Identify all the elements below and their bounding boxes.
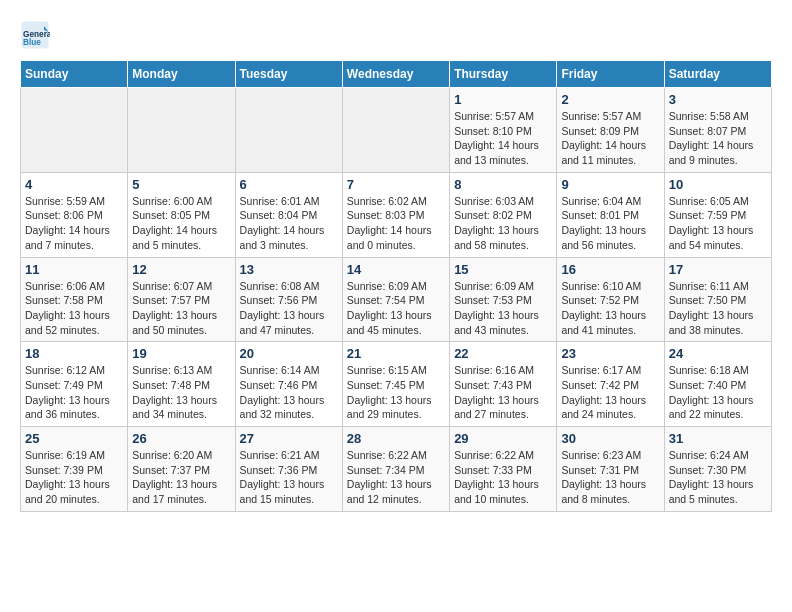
calendar-cell: 19Sunrise: 6:13 AMSunset: 7:48 PMDayligh…	[128, 342, 235, 427]
day-number: 15	[454, 262, 552, 277]
calendar-week-3: 11Sunrise: 6:06 AMSunset: 7:58 PMDayligh…	[21, 257, 772, 342]
day-number: 25	[25, 431, 123, 446]
day-info: Sunrise: 6:14 AMSunset: 7:46 PMDaylight:…	[240, 363, 338, 422]
calendar-header-row: SundayMondayTuesdayWednesdayThursdayFrid…	[21, 61, 772, 88]
day-number: 23	[561, 346, 659, 361]
calendar-week-4: 18Sunrise: 6:12 AMSunset: 7:49 PMDayligh…	[21, 342, 772, 427]
day-number: 2	[561, 92, 659, 107]
calendar-cell: 26Sunrise: 6:20 AMSunset: 7:37 PMDayligh…	[128, 427, 235, 512]
calendar-cell: 28Sunrise: 6:22 AMSunset: 7:34 PMDayligh…	[342, 427, 449, 512]
day-info: Sunrise: 6:00 AMSunset: 8:05 PMDaylight:…	[132, 194, 230, 253]
day-info: Sunrise: 6:17 AMSunset: 7:42 PMDaylight:…	[561, 363, 659, 422]
day-info: Sunrise: 5:59 AMSunset: 8:06 PMDaylight:…	[25, 194, 123, 253]
day-info: Sunrise: 6:06 AMSunset: 7:58 PMDaylight:…	[25, 279, 123, 338]
calendar-cell: 15Sunrise: 6:09 AMSunset: 7:53 PMDayligh…	[450, 257, 557, 342]
day-number: 27	[240, 431, 338, 446]
calendar-table: SundayMondayTuesdayWednesdayThursdayFrid…	[20, 60, 772, 512]
day-number: 19	[132, 346, 230, 361]
day-number: 4	[25, 177, 123, 192]
day-info: Sunrise: 6:24 AMSunset: 7:30 PMDaylight:…	[669, 448, 767, 507]
day-info: Sunrise: 6:07 AMSunset: 7:57 PMDaylight:…	[132, 279, 230, 338]
day-number: 14	[347, 262, 445, 277]
day-number: 5	[132, 177, 230, 192]
day-info: Sunrise: 6:02 AMSunset: 8:03 PMDaylight:…	[347, 194, 445, 253]
calendar-cell: 14Sunrise: 6:09 AMSunset: 7:54 PMDayligh…	[342, 257, 449, 342]
calendar-cell: 6Sunrise: 6:01 AMSunset: 8:04 PMDaylight…	[235, 172, 342, 257]
calendar-cell: 12Sunrise: 6:07 AMSunset: 7:57 PMDayligh…	[128, 257, 235, 342]
calendar-cell: 3Sunrise: 5:58 AMSunset: 8:07 PMDaylight…	[664, 88, 771, 173]
day-info: Sunrise: 6:22 AMSunset: 7:34 PMDaylight:…	[347, 448, 445, 507]
logo-icon: General Blue	[20, 20, 50, 50]
day-info: Sunrise: 6:21 AMSunset: 7:36 PMDaylight:…	[240, 448, 338, 507]
calendar-body: 1Sunrise: 5:57 AMSunset: 8:10 PMDaylight…	[21, 88, 772, 512]
day-info: Sunrise: 6:04 AMSunset: 8:01 PMDaylight:…	[561, 194, 659, 253]
calendar-week-5: 25Sunrise: 6:19 AMSunset: 7:39 PMDayligh…	[21, 427, 772, 512]
calendar-cell: 30Sunrise: 6:23 AMSunset: 7:31 PMDayligh…	[557, 427, 664, 512]
day-header-saturday: Saturday	[664, 61, 771, 88]
day-info: Sunrise: 5:57 AMSunset: 8:09 PMDaylight:…	[561, 109, 659, 168]
day-info: Sunrise: 6:20 AMSunset: 7:37 PMDaylight:…	[132, 448, 230, 507]
calendar-cell: 13Sunrise: 6:08 AMSunset: 7:56 PMDayligh…	[235, 257, 342, 342]
day-info: Sunrise: 6:18 AMSunset: 7:40 PMDaylight:…	[669, 363, 767, 422]
day-number: 8	[454, 177, 552, 192]
calendar-cell: 22Sunrise: 6:16 AMSunset: 7:43 PMDayligh…	[450, 342, 557, 427]
calendar-cell: 2Sunrise: 5:57 AMSunset: 8:09 PMDaylight…	[557, 88, 664, 173]
logo: General Blue	[20, 20, 50, 50]
calendar-cell: 31Sunrise: 6:24 AMSunset: 7:30 PMDayligh…	[664, 427, 771, 512]
day-number: 28	[347, 431, 445, 446]
calendar-cell	[21, 88, 128, 173]
day-number: 17	[669, 262, 767, 277]
calendar-cell: 11Sunrise: 6:06 AMSunset: 7:58 PMDayligh…	[21, 257, 128, 342]
day-info: Sunrise: 6:23 AMSunset: 7:31 PMDaylight:…	[561, 448, 659, 507]
calendar-cell: 1Sunrise: 5:57 AMSunset: 8:10 PMDaylight…	[450, 88, 557, 173]
calendar-cell	[235, 88, 342, 173]
day-number: 24	[669, 346, 767, 361]
day-info: Sunrise: 6:01 AMSunset: 8:04 PMDaylight:…	[240, 194, 338, 253]
day-number: 13	[240, 262, 338, 277]
calendar-cell	[342, 88, 449, 173]
day-number: 21	[347, 346, 445, 361]
calendar-cell: 10Sunrise: 6:05 AMSunset: 7:59 PMDayligh…	[664, 172, 771, 257]
calendar-cell: 23Sunrise: 6:17 AMSunset: 7:42 PMDayligh…	[557, 342, 664, 427]
calendar-cell: 5Sunrise: 6:00 AMSunset: 8:05 PMDaylight…	[128, 172, 235, 257]
day-info: Sunrise: 6:15 AMSunset: 7:45 PMDaylight:…	[347, 363, 445, 422]
day-number: 12	[132, 262, 230, 277]
day-info: Sunrise: 6:19 AMSunset: 7:39 PMDaylight:…	[25, 448, 123, 507]
calendar-week-2: 4Sunrise: 5:59 AMSunset: 8:06 PMDaylight…	[21, 172, 772, 257]
day-info: Sunrise: 6:12 AMSunset: 7:49 PMDaylight:…	[25, 363, 123, 422]
day-header-tuesday: Tuesday	[235, 61, 342, 88]
calendar-cell: 16Sunrise: 6:10 AMSunset: 7:52 PMDayligh…	[557, 257, 664, 342]
day-number: 1	[454, 92, 552, 107]
day-number: 7	[347, 177, 445, 192]
day-number: 30	[561, 431, 659, 446]
calendar-cell: 7Sunrise: 6:02 AMSunset: 8:03 PMDaylight…	[342, 172, 449, 257]
day-number: 10	[669, 177, 767, 192]
svg-text:Blue: Blue	[23, 38, 41, 47]
calendar-cell: 24Sunrise: 6:18 AMSunset: 7:40 PMDayligh…	[664, 342, 771, 427]
calendar-cell: 20Sunrise: 6:14 AMSunset: 7:46 PMDayligh…	[235, 342, 342, 427]
calendar-week-1: 1Sunrise: 5:57 AMSunset: 8:10 PMDaylight…	[21, 88, 772, 173]
calendar-cell: 21Sunrise: 6:15 AMSunset: 7:45 PMDayligh…	[342, 342, 449, 427]
page-header: General Blue	[20, 20, 772, 50]
day-info: Sunrise: 6:09 AMSunset: 7:54 PMDaylight:…	[347, 279, 445, 338]
day-number: 16	[561, 262, 659, 277]
calendar-cell: 18Sunrise: 6:12 AMSunset: 7:49 PMDayligh…	[21, 342, 128, 427]
day-info: Sunrise: 6:13 AMSunset: 7:48 PMDaylight:…	[132, 363, 230, 422]
day-header-monday: Monday	[128, 61, 235, 88]
calendar-cell: 8Sunrise: 6:03 AMSunset: 8:02 PMDaylight…	[450, 172, 557, 257]
day-number: 3	[669, 92, 767, 107]
day-number: 20	[240, 346, 338, 361]
day-info: Sunrise: 6:03 AMSunset: 8:02 PMDaylight:…	[454, 194, 552, 253]
day-number: 6	[240, 177, 338, 192]
calendar-cell	[128, 88, 235, 173]
day-info: Sunrise: 5:57 AMSunset: 8:10 PMDaylight:…	[454, 109, 552, 168]
day-number: 18	[25, 346, 123, 361]
day-number: 9	[561, 177, 659, 192]
calendar-cell: 9Sunrise: 6:04 AMSunset: 8:01 PMDaylight…	[557, 172, 664, 257]
day-number: 22	[454, 346, 552, 361]
day-info: Sunrise: 6:10 AMSunset: 7:52 PMDaylight:…	[561, 279, 659, 338]
day-info: Sunrise: 5:58 AMSunset: 8:07 PMDaylight:…	[669, 109, 767, 168]
calendar-cell: 25Sunrise: 6:19 AMSunset: 7:39 PMDayligh…	[21, 427, 128, 512]
day-header-sunday: Sunday	[21, 61, 128, 88]
calendar-cell: 4Sunrise: 5:59 AMSunset: 8:06 PMDaylight…	[21, 172, 128, 257]
